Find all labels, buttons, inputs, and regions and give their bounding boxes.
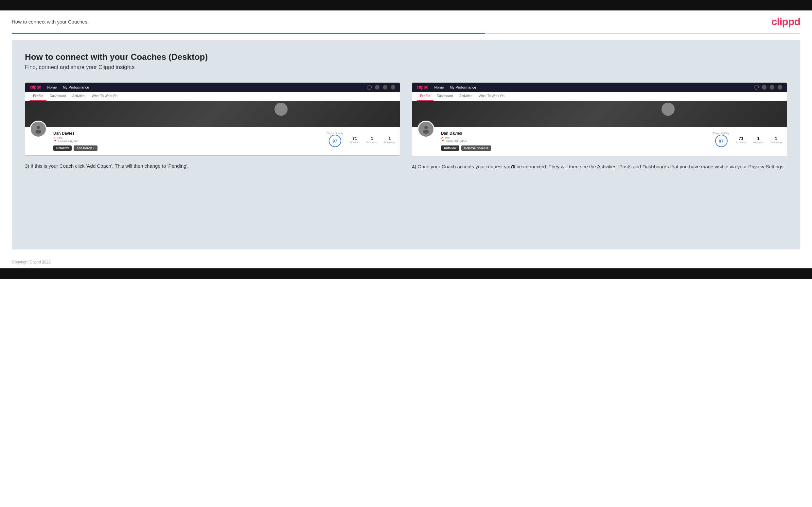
page-heading: How to connect with your Coaches (Deskto… <box>25 52 787 62</box>
right-tabs: Profile Dashboard Activities What To Wor… <box>412 92 787 101</box>
left-screenshot-mock: clippd Home My Performance Profile Dashb… <box>25 82 400 156</box>
left-tab-profile[interactable]: Profile <box>30 92 46 101</box>
left-stat-activities: 71 Activities <box>349 136 360 144</box>
right-settings-icon[interactable] <box>770 85 774 90</box>
right-avatar <box>417 121 435 137</box>
right-profile-section: Dan Davies ✔Pro 📍United Kingdom Unfollow… <box>412 127 787 156</box>
svg-point-3 <box>423 130 429 134</box>
right-stat-player-quality: Player Quality 97 <box>713 132 729 148</box>
left-followers-label: Followers <box>366 141 377 144</box>
left-tab-activities[interactable]: Activities <box>69 92 88 101</box>
left-profile-location: 📍United Kingdom <box>53 139 320 143</box>
right-banner <box>412 101 787 127</box>
left-globe-icon[interactable] <box>391 85 395 90</box>
right-tab-profile[interactable]: Profile <box>417 92 434 101</box>
svg-point-1 <box>35 130 41 134</box>
left-settings-icon[interactable] <box>383 85 387 90</box>
right-user-icon[interactable] <box>762 85 766 90</box>
left-stat-followers: 1 Followers <box>366 136 377 144</box>
left-profile-role: ✔Pro <box>53 136 320 139</box>
left-screenshot-col: clippd Home My Performance Profile Dashb… <box>25 82 400 170</box>
right-screenshot-col: clippd Home My Performance Profile Dashb… <box>412 82 787 170</box>
left-stat-player-quality: Player Quality 97 <box>327 132 343 148</box>
left-player-quality-label: Player Quality <box>327 132 343 135</box>
left-stats: Player Quality 97 71 Activities 1 Follow… <box>327 130 395 148</box>
left-profile-name: Dan Davies <box>53 131 320 136</box>
right-caption: 4) Once your Coach accepts your request … <box>412 163 787 170</box>
left-buttons: Unfollow Add Coach + <box>53 146 320 151</box>
right-tab-dashboard[interactable]: Dashboard <box>434 92 456 101</box>
main-content: How to connect with your Coaches (Deskto… <box>12 40 800 249</box>
right-nav-logo: clippd <box>417 85 428 90</box>
left-search-icon[interactable] <box>367 85 372 90</box>
right-globe-icon[interactable] <box>778 85 782 90</box>
left-nav-logo: clippd <box>30 85 41 90</box>
right-buttons: Unfollow Remove Coach × <box>441 146 707 151</box>
right-profile-location: 📍United Kingdom <box>441 139 707 143</box>
right-activities-label: Activities <box>736 141 746 144</box>
svg-point-2 <box>424 126 427 129</box>
right-activities-value: 71 <box>736 136 746 141</box>
right-nav-icons <box>754 85 782 90</box>
right-followers-value: 1 <box>753 136 764 141</box>
header-title: How to connect with your Coaches <box>12 19 87 24</box>
clippd-logo: clippd <box>771 16 800 28</box>
left-banner-circle <box>274 103 288 116</box>
left-tab-what-to-work-on[interactable]: What To Work On <box>89 92 121 101</box>
right-followers-label: Followers <box>753 141 764 144</box>
left-unfollow-button[interactable]: Unfollow <box>53 146 72 151</box>
header-divider <box>12 33 800 34</box>
footer: Copyright Clippd 2022 <box>0 256 812 268</box>
left-followers-value: 1 <box>366 136 377 141</box>
bottom-bar <box>0 268 812 279</box>
right-profile-role: ✔Pro <box>441 136 707 139</box>
left-following-label: Following <box>384 141 395 144</box>
svg-point-0 <box>37 126 40 129</box>
left-tab-dashboard[interactable]: Dashboard <box>46 92 69 101</box>
left-quality-circle: 97 <box>329 135 341 147</box>
left-banner <box>25 101 400 127</box>
left-caption: 3) If this is your Coach click 'Add Coac… <box>25 162 400 170</box>
page-subheading: Find, connect and share your Clippd insi… <box>25 64 787 71</box>
right-profile-name: Dan Davies <box>441 131 707 136</box>
left-stat-following: 1 Following <box>384 136 395 144</box>
right-tab-activities[interactable]: Activities <box>456 92 475 101</box>
right-following-value: 1 <box>770 136 781 141</box>
screenshots-row: clippd Home My Performance Profile Dashb… <box>25 82 787 170</box>
left-nav-bar: clippd Home My Performance <box>25 83 400 92</box>
right-remove-coach-button[interactable]: Remove Coach × <box>461 146 491 151</box>
right-stat-activities: 71 Activities <box>736 136 746 144</box>
left-activities-value: 71 <box>349 136 360 141</box>
left-avatar <box>30 121 47 137</box>
right-search-icon[interactable] <box>754 85 759 90</box>
left-nav-icons <box>367 85 395 90</box>
right-banner-circle <box>661 103 674 116</box>
left-profile-section: Dan Davies ✔Pro 📍United Kingdom Unfollow… <box>25 127 400 155</box>
top-bar <box>0 0 812 10</box>
left-profile-info: Dan Davies ✔Pro 📍United Kingdom Unfollow… <box>53 130 320 151</box>
left-tabs: Profile Dashboard Activities What To Wor… <box>25 92 400 101</box>
left-nav-home[interactable]: Home <box>47 85 57 89</box>
right-avatar-wrap <box>417 121 435 137</box>
right-profile-info: Dan Davies ✔Pro 📍United Kingdom Unfollow… <box>441 130 707 151</box>
right-player-quality-label: Player Quality <box>713 132 729 135</box>
right-stat-following: 1 Following <box>770 136 781 144</box>
right-nav-bar: clippd Home My Performance <box>412 83 787 92</box>
right-unfollow-button[interactable]: Unfollow <box>441 146 459 151</box>
right-stat-followers: 1 Followers <box>753 136 764 144</box>
left-user-icon[interactable] <box>375 85 379 90</box>
right-tab-what-to-work-on[interactable]: What To Work On <box>476 92 508 101</box>
left-nav-my-performance[interactable]: My Performance <box>63 85 89 89</box>
right-quality-circle: 97 <box>715 135 727 147</box>
left-following-value: 1 <box>384 136 395 141</box>
left-add-coach-button[interactable]: Add Coach + <box>73 146 98 151</box>
right-screenshot-mock: clippd Home My Performance Profile Dashb… <box>412 82 787 156</box>
header: How to connect with your Coaches clippd <box>0 10 812 33</box>
left-activities-label: Activities <box>349 141 360 144</box>
right-nav-home[interactable]: Home <box>434 85 444 89</box>
left-avatar-wrap <box>30 121 47 137</box>
right-stats: Player Quality 97 71 Activities 1 Follow… <box>713 130 781 148</box>
right-nav-my-performance[interactable]: My Performance <box>450 85 476 89</box>
right-following-label: Following <box>770 141 781 144</box>
copyright-text: Copyright Clippd 2022 <box>12 260 51 265</box>
